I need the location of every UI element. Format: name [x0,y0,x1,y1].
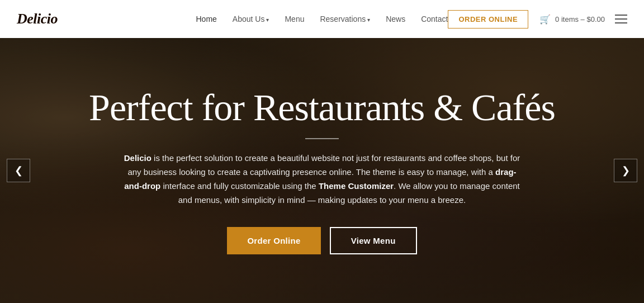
nav-reservations[interactable]: Reservations▾ [320,15,370,23]
hamburger-line-1 [615,15,627,16]
site-logo[interactable]: Delicio [17,11,58,27]
nav-menu[interactable]: Menu [285,15,304,23]
brand-name-emphasis: Delicio [124,153,151,163]
cart-label: 0 items – $0.00 [555,15,605,23]
nav-news[interactable]: News [386,15,405,23]
nav-about[interactable]: About Us▾ [233,15,269,23]
hamburger-line-3 [615,22,627,23]
hero-desc-part2: interface and fully customizable using t… [160,181,319,191]
hero-desc-part1: is the perfect solution to create a beau… [127,153,520,177]
site-header: Delicio Home About Us▾ Menu Reservations… [0,0,644,38]
theme-customizer-emphasis: Theme Customizer [319,181,394,191]
cart-icon: 🛒 [539,14,551,25]
hero-next-button[interactable]: ❯ [614,159,637,182]
nav-home[interactable]: Home [196,15,216,23]
hero-section: ❮ Perfect for Restaurants & Cafés Delici… [0,38,644,303]
hero-menu-button[interactable]: View Menu [330,227,417,254]
arrow-right-icon: ❯ [622,164,630,177]
nav-contact[interactable]: Contact [421,15,448,23]
hero-description: Delicio is the perfect solution to creat… [121,152,523,207]
hero-divider [305,138,339,139]
hero-content: Perfect for Restaurants & Cafés Delicio … [0,38,644,303]
hero-title: Perfect for Restaurants & Cafés [89,87,555,129]
cart-area[interactable]: 🛒 0 items – $0.00 [539,14,605,25]
hamburger-line-2 [615,18,627,20]
hero-order-button[interactable]: Order Online [227,227,320,254]
hero-prev-button[interactable]: ❮ [7,159,30,182]
reservations-chevron-icon: ▾ [367,17,370,23]
hero-buttons: Order Online View Menu [227,227,416,254]
arrow-left-icon: ❮ [15,164,23,177]
about-chevron-icon: ▾ [266,17,269,23]
order-online-button[interactable]: ORDER ONLINE [448,10,528,29]
hamburger-button[interactable] [615,15,627,23]
main-nav: Home About Us▾ Menu Reservations▾ News C… [196,15,448,23]
